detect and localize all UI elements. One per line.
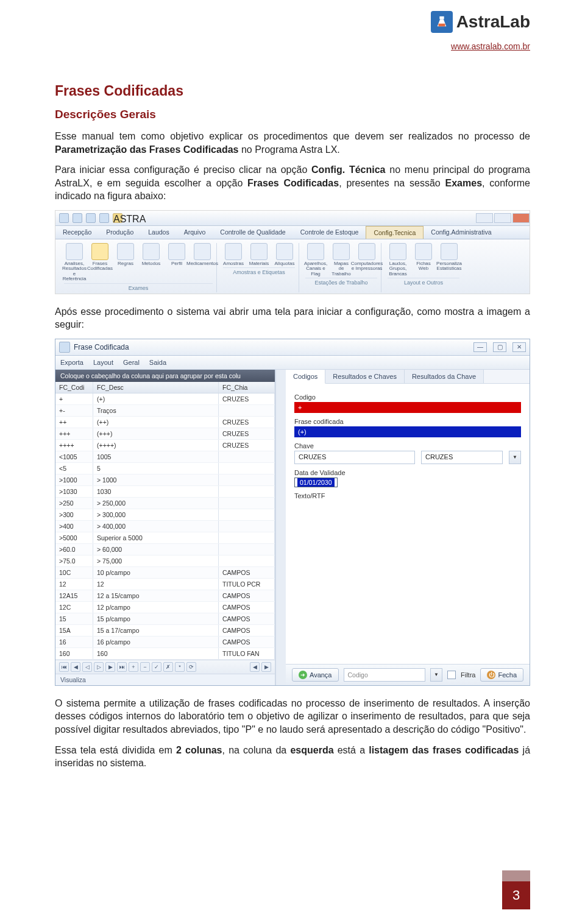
window-menu-item[interactable]: Layout	[93, 359, 113, 366]
data-validade-label: Data de Validade	[294, 469, 521, 476]
ribbon-tab[interactable]: Controlle de Qualidade	[213, 226, 292, 239]
table-row[interactable]: >75.0> 75,000	[55, 555, 275, 567]
table-row[interactable]: +-Traços	[55, 405, 275, 417]
table-row[interactable]: 10C10 p/campoCAMPOS	[55, 567, 275, 579]
ribbon-group-name: Exames	[64, 283, 213, 292]
window-control-buttons: — ▢ ✕	[473, 342, 526, 352]
window-title: Frase Codificada	[74, 343, 129, 351]
table-row[interactable]: <10051005	[55, 451, 275, 463]
table-row[interactable]: ++(++)CRUZES	[55, 417, 275, 428]
intro-para-3: Após esse procedimento o sistema vai abr…	[55, 305, 530, 331]
chave-dropdown-icon[interactable]: ▼	[509, 451, 521, 464]
grid-status: Visualiza	[55, 674, 275, 685]
table-row[interactable]: +(+)CRUZES	[55, 393, 275, 405]
ribbon-tab[interactable]: Recepção	[55, 226, 99, 239]
ribbon-icon[interactable]: Analises, Resultados e Referência	[64, 243, 85, 282]
ribbon-group-name: Layout e Outros	[388, 278, 459, 287]
column-header[interactable]: FC_Desc	[93, 382, 219, 393]
brand-name: AstraLab	[456, 12, 530, 32]
window-buttons	[475, 213, 530, 223]
ribbon-tab[interactable]: Arquivo	[177, 226, 213, 239]
table-row[interactable]: >60.0> 60,000	[55, 544, 275, 555]
search-field[interactable]: Codigo	[344, 668, 425, 682]
codigo-value[interactable]: +	[294, 402, 521, 413]
maximize-button[interactable]: ▢	[493, 342, 506, 352]
table-row[interactable]: >5000Superior a 5000	[55, 532, 275, 544]
site-link[interactable]: www.astralab.com.br	[451, 41, 530, 51]
filtra-label: Filtra	[461, 671, 475, 679]
detail-tab[interactable]: Codigos	[286, 370, 325, 384]
ribbon-icon[interactable]: Personaliza Estatísticas	[439, 243, 459, 277]
ribbon-icon[interactable]: Perfil	[166, 243, 187, 282]
table-row[interactable]: 1515 p/campoCAMPOS	[55, 613, 275, 625]
frase-label: Frase codificada	[294, 418, 521, 425]
column-header[interactable]: FC_Chia	[219, 382, 275, 393]
page-number: 3	[502, 881, 530, 909]
window-menu-item[interactable]: Saida	[149, 359, 166, 366]
body-para-5: Essa tela está dividida em 2 colunas, na…	[55, 744, 530, 770]
table-row[interactable]: ++++(++++)CRUZES	[55, 440, 275, 451]
ribbon-tab[interactable]: Produção	[99, 226, 141, 239]
frase-value[interactable]: (+)	[294, 426, 521, 437]
detail-tab[interactable]: Resultados e Chaves	[325, 370, 405, 383]
ribbon-tab[interactable]: Config.Tecnica	[366, 226, 424, 239]
page-title: Frases Codificadas	[55, 83, 530, 99]
window-menu-item[interactable]: Exporta	[60, 359, 83, 366]
filtra-checkbox[interactable]	[447, 671, 456, 679]
fecha-button[interactable]: ⏻Fecha	[480, 668, 523, 682]
brand-logo: AstraLab	[431, 11, 530, 33]
detail-tab[interactable]: Resultados da Chave	[405, 370, 484, 383]
svg-rect-1	[438, 24, 445, 27]
ribbon-icon[interactable]: Aliquotas	[274, 243, 295, 266]
window-icon	[59, 342, 70, 353]
table-row[interactable]: +++(+++)CRUZES	[55, 428, 275, 440]
group-by-hint: Coloque o cabeçalho da coluna aqui para …	[55, 370, 275, 382]
ribbon-tab[interactable]: Controle de Estoque	[293, 226, 366, 239]
ribbon-group-name: Estações de Trabalho	[305, 278, 377, 287]
table-row[interactable]: 12A1512 a 15/campoCAMPOS	[55, 590, 275, 602]
ribbon-icon[interactable]: Mapas de Trabalho	[331, 243, 352, 277]
body-para-4: O sistema permite a utilização de frases…	[55, 697, 530, 736]
grid-nav-strip[interactable]: ⏮◀◁▷▶⏭+−✓✗*⟳ ◀▶	[55, 660, 275, 674]
table-row[interactable]: >1000> 1000	[55, 474, 275, 486]
grid-scrollbar[interactable]	[275, 370, 286, 685]
quick-access-toolbar: ASTRA	[55, 213, 126, 223]
ribbon-icon[interactable]: Fichas Web	[413, 243, 434, 277]
table-row[interactable]: <55	[55, 463, 275, 474]
minimize-button[interactable]: —	[473, 342, 487, 352]
page-subtitle: Descrições Gerais	[55, 108, 530, 121]
search-dropdown-icon[interactable]: ▼	[430, 668, 442, 682]
ribbon-icon[interactable]: Frases Codificadas	[90, 243, 110, 282]
ribbon-icon[interactable]: Regras	[115, 243, 136, 282]
ribbon-icon[interactable]: Computadores e Impressoras	[356, 243, 377, 277]
ribbon-icon[interactable]: Metodos	[141, 243, 161, 282]
ribbon-icon[interactable]: Materiais	[249, 243, 269, 266]
table-row[interactable]: 160160TITULO FAN	[55, 648, 275, 660]
frase-codificada-window: Frase Codificada — ▢ ✕ ExportaLayoutGera…	[55, 339, 530, 686]
svg-rect-0	[439, 16, 444, 19]
ribbon-icon[interactable]: Amostras	[223, 243, 244, 266]
intro-para-1: Esse manual tem como objetivo explicar o…	[55, 130, 530, 156]
table-row[interactable]: 15A15 a 17/campoCAMPOS	[55, 625, 275, 637]
table-row[interactable]: >250> 250,000	[55, 498, 275, 509]
codigo-label: Codigo	[294, 393, 521, 401]
table-row[interactable]: >400> 400,000	[55, 521, 275, 532]
window-menu-item[interactable]: Geral	[123, 359, 140, 366]
logo-icon	[431, 11, 453, 33]
ribbon-tab[interactable]: Laudos	[141, 226, 176, 239]
data-validade-value[interactable]: 01/01/2030	[294, 478, 338, 487]
ribbon-icon[interactable]: Aparelhos, Canais e Flag	[305, 243, 326, 277]
table-row[interactable]: >300> 300,000	[55, 509, 275, 521]
chave-select[interactable]: CRUZES	[421, 451, 503, 464]
avanca-button[interactable]: ➜Avança	[292, 668, 339, 682]
ribbon-icon[interactable]: Laudos, Grupos, Brancas	[388, 243, 408, 277]
close-button[interactable]: ✕	[512, 342, 526, 352]
table-row[interactable]: >10301030	[55, 486, 275, 498]
column-header[interactable]: FC_Codi	[55, 382, 93, 393]
table-row[interactable]: 1212TITULO PCR	[55, 579, 275, 590]
chave-value[interactable]: CRUZES	[294, 451, 415, 464]
ribbon-tab[interactable]: Config.Administrativa	[424, 226, 498, 239]
table-row[interactable]: 1616 p/campoCAMPOS	[55, 637, 275, 648]
table-row[interactable]: 12C12 p/campoCAMPOS	[55, 602, 275, 613]
ribbon-icon[interactable]: Medicamentos	[192, 243, 213, 282]
